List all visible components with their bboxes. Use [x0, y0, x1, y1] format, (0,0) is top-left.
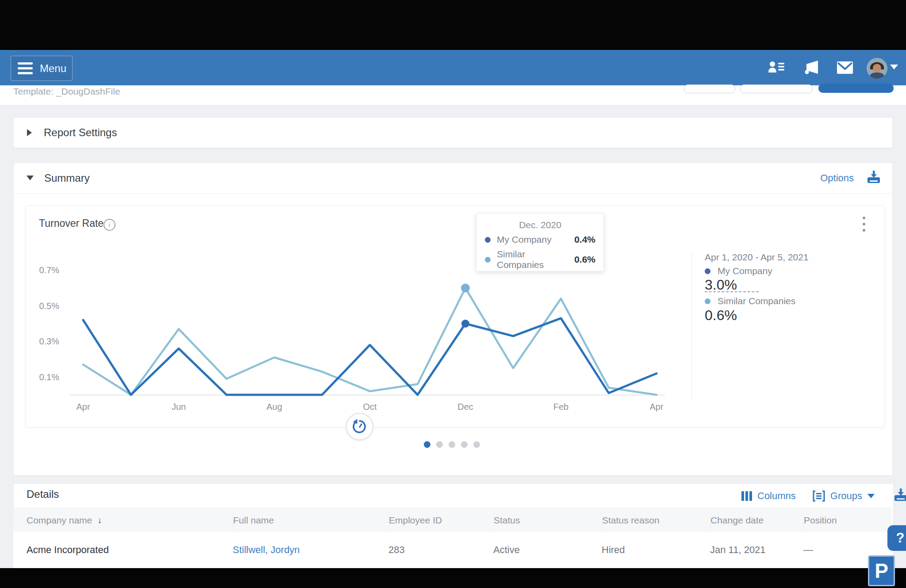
similar-companies-dot-icon	[705, 298, 710, 304]
template-label: Template: _DougDashFile	[13, 86, 120, 97]
details-title: Details	[27, 488, 59, 500]
cell-change-date: Jan 11, 2021	[710, 544, 803, 556]
summary-header-row: Summary Options	[13, 163, 892, 194]
legend-label: Similar Companies	[718, 296, 795, 306]
download-details-icon[interactable]	[893, 488, 906, 504]
tooltip-label: My Company	[497, 234, 574, 245]
cell-status-reason: Hired	[602, 544, 710, 556]
page-dot-4[interactable]	[461, 441, 468, 448]
hamburger-icon	[18, 60, 33, 77]
tooltip-value: 0.6%	[574, 254, 595, 265]
refresh-button[interactable]	[346, 413, 373, 440]
page-dot-1[interactable]	[424, 441, 430, 448]
my-company-dot-icon	[705, 268, 710, 274]
history-refresh-icon	[352, 419, 368, 435]
cell-position: —	[803, 544, 892, 556]
kebab-menu-icon[interactable]	[863, 217, 865, 235]
summary-toggle[interactable]: Summary	[13, 172, 90, 184]
legend-item-similar-companies: Similar Companies	[705, 296, 795, 306]
columns-icon	[741, 490, 752, 502]
columns-button[interactable]: Columns	[757, 490, 796, 502]
cell-company-name: Acme Incorporated	[13, 544, 233, 556]
groups-caret-down-icon[interactable]	[868, 494, 875, 498]
cropped-primary-button[interactable]	[818, 84, 894, 93]
chart-title: Turnover Rate	[39, 218, 104, 229]
groups-button[interactable]: Groups	[830, 490, 862, 502]
legend-item-my-company: My Company	[705, 266, 772, 276]
legend-dashed-divider	[705, 291, 759, 292]
table-row: Acme Incorporated Stillwell, Jordyn 283 …	[13, 532, 892, 568]
collapse-caret-icon	[27, 176, 34, 180]
turnover-chart-card	[26, 206, 885, 428]
bottom-letterbox	[0, 568, 906, 588]
report-settings-card: Report Settings	[13, 117, 893, 148]
legend-label: My Company	[718, 266, 772, 276]
summary-title: Summary	[44, 172, 90, 184]
tooltip-row: Similar Companies 0.6%	[485, 249, 595, 270]
tooltip-title: Dec. 2020	[477, 220, 603, 230]
menu-button-label: Menu	[40, 62, 66, 75]
carousel-pagination[interactable]	[424, 441, 480, 448]
avatar[interactable]	[867, 58, 887, 79]
similar-companies-value: 0.6%	[705, 307, 737, 324]
col-header-change-date[interactable]: Change date	[710, 508, 803, 532]
legend-date-range: Apr 1, 2020 - Apr 5, 2021	[705, 252, 809, 263]
cell-status: Active	[493, 544, 602, 556]
col-header-employee-id[interactable]: Employee ID	[388, 508, 493, 532]
menu-button[interactable]: Menu	[11, 56, 73, 81]
report-settings-title: Report Settings	[44, 126, 117, 139]
cell-full-name-link[interactable]: Stillwell, Jordyn	[233, 544, 388, 556]
contacts-icon[interactable]	[768, 60, 785, 75]
envelope-icon[interactable]	[837, 60, 853, 75]
page-dot-2[interactable]	[436, 441, 443, 448]
avatar-caret-down-icon[interactable]	[890, 65, 898, 69]
options-link[interactable]: Options	[820, 172, 854, 184]
cropped-button-2[interactable]	[740, 84, 813, 93]
chart-tooltip: Dec. 2020 My Company 0.4% Similar Compan…	[476, 214, 604, 271]
paycom-logo: P	[868, 555, 895, 586]
groups-icon	[813, 490, 825, 502]
similar-companies-dot-icon	[485, 257, 491, 263]
megaphone-icon[interactable]	[802, 60, 819, 75]
download-summary-icon[interactable]	[866, 170, 881, 187]
page-dot-3[interactable]	[449, 441, 455, 448]
tooltip-label: Similar Companies	[497, 249, 574, 270]
legend-divider	[691, 251, 692, 400]
expand-caret-icon	[27, 129, 32, 136]
help-button[interactable]: ?	[887, 525, 906, 551]
info-icon[interactable]: i	[104, 219, 115, 231]
cell-employee-id: 283	[388, 544, 493, 556]
page-dot-5[interactable]	[473, 441, 480, 448]
details-controls: Columns Groups	[741, 488, 906, 504]
col-header-full-name[interactable]: Full name	[233, 508, 388, 532]
report-settings-toggle[interactable]: Report Settings	[14, 118, 892, 148]
col-header-position[interactable]: Position	[803, 508, 892, 532]
tooltip-row: My Company 0.4%	[485, 234, 595, 245]
col-header-status-reason[interactable]: Status reason	[602, 508, 710, 532]
my-company-dot-icon	[485, 237, 491, 243]
col-header-status[interactable]: Status	[493, 508, 602, 532]
tooltip-value: 0.4%	[574, 234, 595, 245]
app-window: Menu Template: _DougDashFile	[0, 0, 906, 588]
sort-desc-icon[interactable]: ↓	[97, 515, 102, 525]
cropped-button-1[interactable]	[684, 84, 735, 93]
my-company-value: 3.0%	[705, 277, 737, 293]
col-header-company-name[interactable]: Company name ↓	[13, 508, 233, 532]
table-header-row: Company name ↓ Full name Employee ID Sta…	[13, 508, 892, 533]
top-letterbox	[0, 0, 906, 50]
